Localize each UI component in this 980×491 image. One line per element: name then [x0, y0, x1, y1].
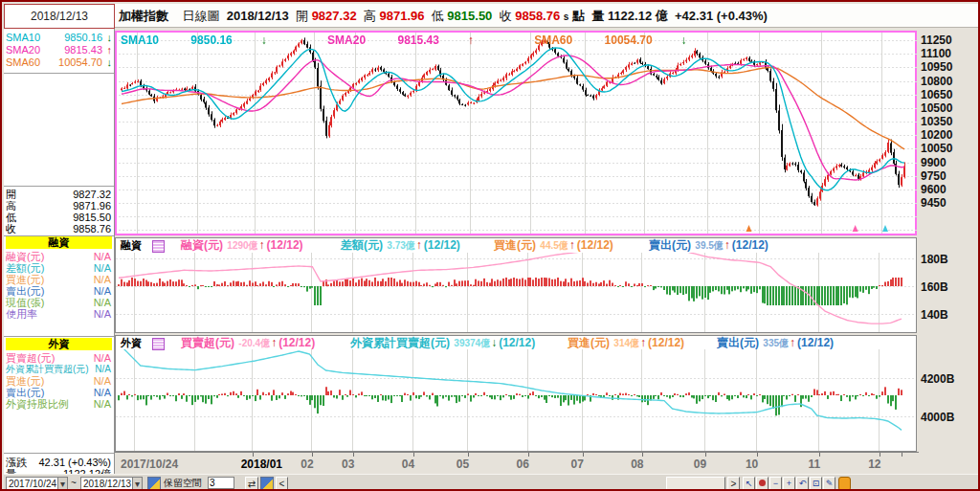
sma10-row: SMA109850.16↓	[6, 32, 112, 43]
reserve-space-label: 保留空間	[164, 477, 202, 489]
sma60-legend: SMA60 10054.70↓	[534, 33, 715, 47]
pointer-tool-icon[interactable]: ↖	[743, 477, 755, 491]
left-sidebar: SMA109850.16↓ SMA209815.43↑ SMA6010054.7…	[4, 29, 115, 474]
foreign-sell-row: 賣出(元)N/A	[6, 387, 112, 398]
index-name: 加權指數	[119, 9, 168, 23]
time-axis: 2017/10/242018/01 0203 0405 0607 0809 10…	[115, 452, 919, 474]
trading-app-window: { "colors":{"window_border":"#8e0000","p…	[0, 0, 980, 491]
foreign-tick-4000: 4000B	[921, 411, 954, 424]
financing-buy-row: 買進(元)N/A	[6, 274, 112, 285]
fullscreen-icon[interactable]: ⊡	[810, 477, 822, 491]
scroll-right-button[interactable]: >	[727, 477, 740, 491]
title-bar: 加權指數 日線圖 2018/12/13 開 9827.32 高 9871.96 …	[115, 4, 980, 28]
main-price-canvas[interactable]	[119, 33, 917, 234]
hand-doc-icon[interactable]	[147, 477, 161, 491]
foreign-cumulative-row: 外資累計買賣超(元)N/A	[6, 364, 112, 375]
financing-usage-row: 使用率N/A	[6, 308, 112, 320]
close-row: 收9858.76	[6, 223, 112, 234]
current-date-box: 2018/12/13	[4, 4, 115, 29]
title-date: 2018/12/13	[227, 9, 289, 23]
financing-balance-legend: 融資(元) 1290億↑(12/12)	[181, 238, 303, 253]
foreign-buy-legend: 買進(元) 314億↑(12/12)	[568, 336, 684, 350]
zoom-in-button[interactable]: +	[783, 477, 795, 491]
financing-panel-header: 融資 融資(元) 1290億↑(12/12) 差額(元) 3.73億↑(12/1…	[116, 238, 916, 253]
close-value: 9858.76	[515, 9, 560, 23]
reserve-space-input[interactable]	[208, 477, 234, 489]
scrollbar-thumb[interactable]	[666, 477, 725, 491]
alert-bell-icon[interactable]	[838, 477, 851, 491]
volume-value: 1122.12	[608, 9, 652, 23]
financing-sell-row: 賣出(元)N/A	[6, 285, 112, 297]
financing-diff-row: 差額(元)N/A	[6, 262, 112, 274]
sma20-legend: SMA20 9815.43↑	[327, 33, 502, 47]
scroll-left-button[interactable]: <	[276, 477, 288, 491]
sma-legend: SMA10 9850.16↓ SMA20 9815.43↑ SMA60 1005…	[121, 33, 745, 47]
status-bar: 2017/10/24 ▾ ~ 2018/12/13 ▾ 保留空間 ⇄ < > ↖…	[4, 474, 980, 491]
layout-swap-icon[interactable]: ⇄	[245, 477, 258, 491]
financing-buy-legend: 買進(元) 44.5億↑(12/12)	[494, 238, 613, 253]
open-value: 9827.32	[312, 9, 357, 23]
zoom-out-button[interactable]: −	[769, 477, 782, 491]
open-row: 開9827.32	[6, 189, 112, 200]
range-to-dropdown-icon[interactable]: ▾	[132, 477, 143, 491]
change-row: 漲跌42.31 (+0.43%)	[6, 457, 112, 468]
chart-type-label: 日線圖	[182, 9, 219, 23]
clock-tool-icon[interactable]	[756, 477, 768, 491]
draw-pencil-icon[interactable]: ✎	[823, 477, 835, 491]
high-value: 9871.96	[379, 9, 424, 23]
foreign-sell-legend: 賣出(元) 335億↑(12/12)	[717, 336, 834, 350]
financing-tick-180: 180B	[921, 253, 948, 266]
sma20-row: SMA209815.43↑	[6, 44, 112, 56]
range-from-select[interactable]: 2017/10/24	[6, 477, 58, 491]
sma60-row: SMA6010054.70↓	[6, 56, 112, 68]
foreign-net-row: 買賣超(元)N/A	[6, 352, 112, 364]
financing-tick-140: 140B	[921, 308, 948, 322]
range-from-dropdown-icon[interactable]: ▾	[57, 477, 68, 491]
foreign-buy-row: 買進(元)N/A	[6, 375, 112, 387]
financing-shares-row: 現值(張)N/A	[6, 297, 112, 308]
hand-doc-icon-2[interactable]	[260, 477, 274, 491]
foreign-net-legend: 買賣超(元) -20.4億↑(12/12)	[181, 336, 315, 350]
foreign-holding-row: 外資持股比例N/A	[6, 398, 112, 410]
sma10-legend: SMA10 9850.16↓	[121, 33, 296, 47]
range-to-select[interactable]: 2018/12/13	[80, 477, 133, 491]
financing-tick-160: 160B	[921, 280, 948, 294]
foreign-tick-4200: 4200B	[921, 372, 954, 386]
foreign-cumulative-legend: 外資累計買賣超(元) 39374億↓(12/12)	[350, 336, 535, 350]
high-row: 高9871.96	[6, 200, 112, 212]
low-value: 9815.50	[447, 9, 492, 23]
low-row: 低9815.50	[6, 212, 112, 223]
financing-balance-row: 融資(元)N/A	[6, 251, 112, 262]
financing-sell-legend: 賣出(元) 39.5億↑(12/12)	[649, 238, 768, 253]
financing-canvas[interactable]	[116, 253, 916, 332]
undo-icon[interactable]: ↶	[796, 477, 809, 491]
foreign-section-header: 外資	[6, 338, 112, 350]
financing-settings-icon[interactable]	[152, 240, 165, 253]
financing-diff-legend: 差額(元) 3.73億↑(12/12)	[341, 238, 460, 253]
financing-section-header: 融資	[6, 236, 112, 249]
change-value: +42.31 (+0.43%)	[675, 9, 768, 23]
foreign-panel-header: 外資 買賣超(元) -20.4億↑(12/12) 外資累計買賣超(元) 3937…	[116, 336, 916, 350]
foreign-canvas[interactable]	[116, 349, 916, 451]
